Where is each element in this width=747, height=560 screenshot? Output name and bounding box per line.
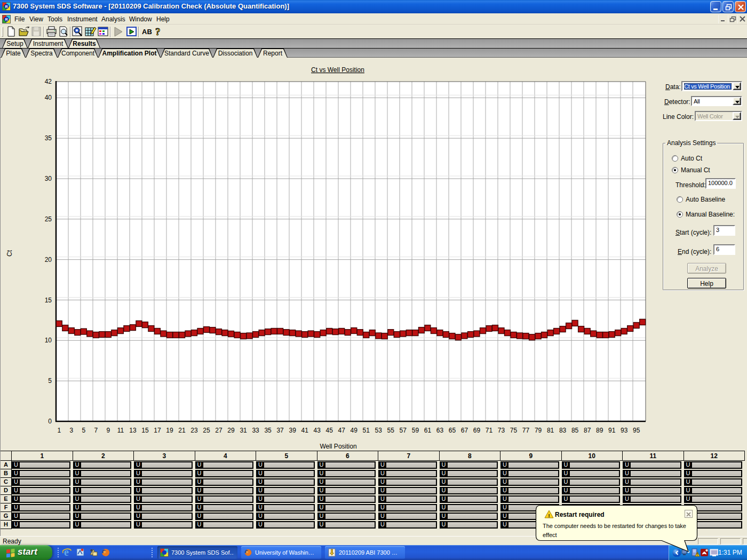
svg-text:93: 93 bbox=[621, 427, 628, 434]
svg-text:67: 67 bbox=[461, 427, 468, 434]
svg-text:42: 42 bbox=[45, 78, 52, 85]
svg-text:19: 19 bbox=[166, 427, 173, 434]
svg-text:91: 91 bbox=[608, 427, 616, 434]
svg-text:79: 79 bbox=[535, 427, 542, 434]
svg-text:69: 69 bbox=[473, 427, 481, 434]
svg-text:5: 5 bbox=[82, 427, 85, 434]
svg-text:39: 39 bbox=[289, 427, 297, 434]
svg-text:59: 59 bbox=[412, 427, 419, 434]
svg-text:10: 10 bbox=[45, 337, 52, 344]
svg-text:1: 1 bbox=[57, 427, 61, 434]
svg-text:25: 25 bbox=[203, 427, 210, 434]
svg-text:23: 23 bbox=[190, 427, 198, 434]
svg-text:57: 57 bbox=[400, 427, 407, 434]
svg-text:61: 61 bbox=[424, 427, 432, 434]
svg-text:Ct vs Well Position: Ct vs Well Position bbox=[311, 66, 364, 74]
svg-text:20: 20 bbox=[45, 256, 52, 263]
svg-text:51: 51 bbox=[363, 427, 370, 434]
svg-text:!: ! bbox=[549, 513, 550, 518]
svg-text:17: 17 bbox=[154, 427, 161, 434]
svg-text:?: ? bbox=[155, 26, 161, 37]
svg-text:0: 0 bbox=[48, 418, 52, 425]
svg-text:AB: AB bbox=[142, 28, 152, 36]
svg-text:27: 27 bbox=[215, 427, 222, 434]
svg-text:R: R bbox=[5, 5, 7, 9]
svg-text:9: 9 bbox=[106, 427, 110, 434]
svg-text:25: 25 bbox=[45, 215, 52, 223]
svg-text:7: 7 bbox=[94, 427, 98, 434]
svg-text:29: 29 bbox=[227, 427, 235, 434]
svg-text:41: 41 bbox=[301, 427, 309, 434]
svg-text:53: 53 bbox=[375, 427, 383, 434]
svg-text:15: 15 bbox=[45, 297, 52, 304]
svg-text:65: 65 bbox=[449, 427, 456, 434]
svg-text:31: 31 bbox=[240, 427, 247, 434]
svg-text:15: 15 bbox=[141, 427, 149, 434]
svg-text:49: 49 bbox=[351, 427, 358, 434]
svg-text:43: 43 bbox=[314, 427, 321, 434]
svg-text:87: 87 bbox=[584, 427, 591, 434]
svg-text:75: 75 bbox=[510, 427, 518, 434]
svg-text:35: 35 bbox=[45, 134, 52, 142]
svg-text:33: 33 bbox=[252, 427, 259, 434]
svg-text:45: 45 bbox=[326, 427, 333, 434]
svg-text:55: 55 bbox=[387, 427, 395, 434]
svg-text:30: 30 bbox=[45, 175, 52, 182]
svg-text:5: 5 bbox=[48, 377, 52, 385]
svg-text:35: 35 bbox=[264, 427, 272, 434]
svg-text:47: 47 bbox=[338, 427, 346, 434]
svg-text:71: 71 bbox=[486, 427, 493, 434]
svg-text:Well Position: Well Position bbox=[320, 443, 356, 450]
svg-text:37: 37 bbox=[276, 427, 284, 434]
svg-text:77: 77 bbox=[522, 427, 530, 434]
svg-text:89: 89 bbox=[596, 427, 603, 434]
svg-text:Ct: Ct bbox=[6, 250, 13, 257]
svg-text:13: 13 bbox=[129, 427, 137, 434]
svg-text:40: 40 bbox=[45, 94, 52, 101]
svg-text:85: 85 bbox=[571, 427, 579, 434]
svg-text:21: 21 bbox=[178, 427, 186, 434]
svg-text:81: 81 bbox=[547, 427, 554, 434]
svg-text:3: 3 bbox=[69, 427, 73, 434]
svg-text:95: 95 bbox=[633, 427, 640, 434]
svg-text:73: 73 bbox=[498, 427, 505, 434]
svg-text:R: R bbox=[5, 18, 7, 21]
svg-text:63: 63 bbox=[436, 427, 444, 434]
svg-text:83: 83 bbox=[559, 427, 567, 434]
svg-text:11: 11 bbox=[117, 427, 124, 434]
